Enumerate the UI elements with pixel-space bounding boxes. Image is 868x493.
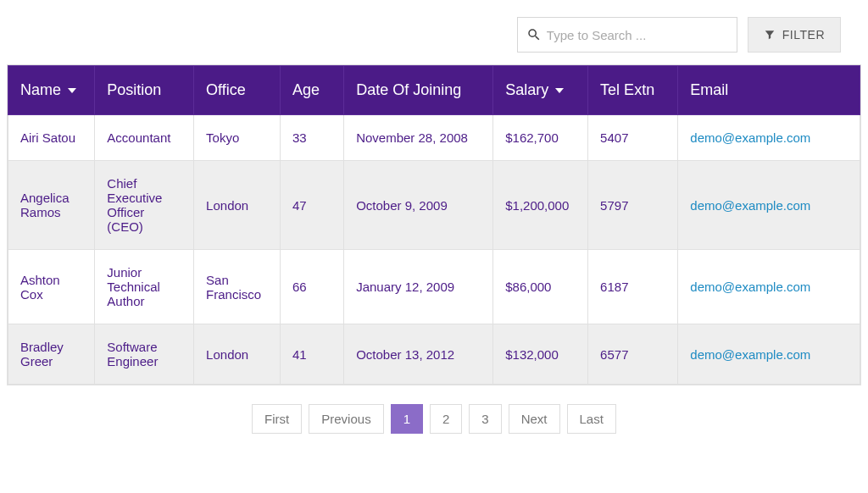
cell-position: Accountant xyxy=(95,115,194,161)
col-header-label: Email xyxy=(690,81,728,99)
page-first[interactable]: First xyxy=(252,404,302,434)
sort-caret-icon xyxy=(555,88,564,93)
cell-salary: $162,700 xyxy=(493,115,588,161)
pagination: First Previous 1 2 3 Next Last xyxy=(7,404,861,434)
sort-caret-icon xyxy=(68,88,76,93)
col-header-label: Tel Extn xyxy=(600,81,654,99)
cell-extn: 5407 xyxy=(588,115,678,161)
page-number[interactable]: 3 xyxy=(469,404,501,434)
cell-email[interactable]: demo@example.com xyxy=(678,115,860,161)
cell-office: London xyxy=(194,324,281,385)
table-header-row: Name Position Office Age Date Of Joining… xyxy=(8,66,860,115)
cell-salary: $132,000 xyxy=(493,324,588,385)
cell-age: 41 xyxy=(280,324,343,385)
cell-age: 47 xyxy=(280,161,343,250)
cell-office: San Francisco xyxy=(194,250,281,324)
cell-position: Software Engineer xyxy=(95,324,194,385)
col-header-label: Position xyxy=(107,81,161,99)
cell-email[interactable]: demo@example.com xyxy=(678,250,860,324)
filter-button[interactable]: FILTER xyxy=(748,17,841,53)
filter-icon xyxy=(764,29,776,41)
data-table: Name Position Office Age Date Of Joining… xyxy=(8,65,860,385)
cell-age: 66 xyxy=(280,250,343,324)
col-header-label: Date Of Joining xyxy=(356,81,461,99)
col-header-name[interactable]: Name xyxy=(8,66,95,115)
search-box[interactable] xyxy=(517,17,737,53)
cell-salary: $1,200,000 xyxy=(493,161,588,250)
cell-doj: November 28, 2008 xyxy=(344,115,493,161)
cell-office: Tokyo xyxy=(194,115,281,161)
search-input[interactable] xyxy=(547,28,728,42)
cell-position: Junior Technical Author xyxy=(95,250,194,324)
col-header-label: Name xyxy=(20,81,61,99)
col-header-age[interactable]: Age xyxy=(280,66,343,115)
cell-email[interactable]: demo@example.com xyxy=(678,161,860,250)
table-scroll[interactable]: Name Position Office Age Date Of Joining… xyxy=(7,64,861,385)
page-number[interactable]: 2 xyxy=(430,404,462,434)
col-header-extn[interactable]: Tel Extn xyxy=(588,66,678,115)
col-header-label: Office xyxy=(206,81,246,99)
cell-extn: 6187 xyxy=(588,250,678,324)
cell-age: 33 xyxy=(280,115,343,161)
cell-position: Chief Executive Officer (CEO) xyxy=(95,161,194,250)
table-row: Airi Satou Accountant Tokyo 33 November … xyxy=(8,115,860,161)
page-next[interactable]: Next xyxy=(509,404,560,434)
cell-name: Ashton Cox xyxy=(8,250,95,324)
col-header-label: Salary xyxy=(505,81,548,99)
cell-name: Airi Satou xyxy=(8,115,95,161)
toolbar: FILTER xyxy=(7,17,861,53)
cell-email[interactable]: demo@example.com xyxy=(678,324,860,385)
search-icon xyxy=(526,27,542,42)
cell-doj: January 12, 2009 xyxy=(344,250,493,324)
col-header-office[interactable]: Office xyxy=(194,66,281,115)
col-header-label: Age xyxy=(292,81,320,99)
page-number[interactable]: 1 xyxy=(391,404,423,434)
col-header-salary[interactable]: Salary xyxy=(493,66,588,115)
page-last[interactable]: Last xyxy=(567,404,616,434)
cell-salary: $86,000 xyxy=(493,250,588,324)
cell-doj: October 13, 2012 xyxy=(344,324,493,385)
filter-button-label: FILTER xyxy=(782,28,825,42)
table-row: Bradley Greer Software Engineer London 4… xyxy=(8,324,860,385)
col-header-position[interactable]: Position xyxy=(95,66,194,115)
cell-name: Bradley Greer xyxy=(8,324,95,385)
col-header-email[interactable]: Email xyxy=(678,66,860,115)
cell-extn: 5797 xyxy=(588,161,678,250)
cell-office: London xyxy=(194,161,281,250)
cell-name: Angelica Ramos xyxy=(8,161,95,250)
table-row: Ashton Cox Junior Technical Author San F… xyxy=(8,250,860,324)
cell-doj: October 9, 2009 xyxy=(344,161,493,250)
cell-extn: 6577 xyxy=(588,324,678,385)
col-header-doj[interactable]: Date Of Joining xyxy=(344,66,493,115)
page-previous[interactable]: Previous xyxy=(309,404,383,434)
table-row: Angelica Ramos Chief Executive Officer (… xyxy=(8,161,860,250)
